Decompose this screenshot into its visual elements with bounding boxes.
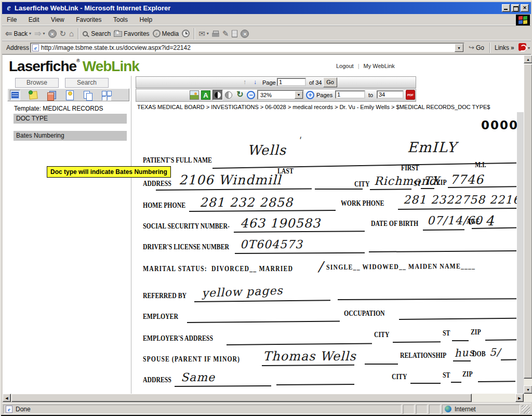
security-zone-panel: Internet — [442, 405, 520, 414]
image-view-icon[interactable] — [190, 90, 199, 100]
form-label: WORK PHONE — [341, 199, 384, 208]
form-label: ST — [414, 180, 421, 188]
horizontal-scroll-thumb[interactable] — [11, 394, 472, 402]
form-underline — [262, 365, 354, 366]
zoom-out-icon[interactable]: − — [247, 91, 255, 99]
media-button[interactable]: ♪ Media — [153, 30, 179, 37]
field-bates-numbering[interactable]: Bates Numbering — [14, 131, 127, 141]
form-label: EMPLOYER — [143, 313, 178, 321]
logout-link[interactable]: Logout — [336, 63, 354, 69]
mail-button[interactable]: ✉ ▾ — [198, 29, 209, 38]
text-view-icon[interactable]: A — [201, 90, 210, 100]
menu-tools[interactable]: Tools — [109, 15, 132, 25]
go-arrow-icon: ↪ — [469, 44, 474, 51]
status-box — [429, 405, 441, 414]
zoom-dropdown-icon[interactable] — [295, 91, 303, 99]
media-icon: ♪ — [153, 30, 161, 37]
links-menu[interactable]: Links » — [495, 44, 514, 51]
account-links: Logout | My WebLink — [336, 63, 395, 69]
vertical-scroll-thumb[interactable] — [524, 64, 532, 379]
form-label: DATE OF BIRTH — [371, 220, 418, 228]
history-icon[interactable] — [182, 30, 190, 37]
form-label: OCCUPATION — [344, 310, 385, 318]
forward-button[interactable]: ⇒ ▾ — [34, 29, 45, 38]
discuss-icon[interactable] — [232, 30, 237, 37]
vertical-scrollbar[interactable] — [524, 55, 532, 394]
maximize-button[interactable] — [511, 4, 520, 12]
pages-from-input[interactable] — [335, 90, 365, 99]
status-text: Done — [16, 406, 31, 413]
menu-file[interactable]: File — [2, 15, 21, 25]
form-underline — [399, 318, 516, 320]
menu-favorites[interactable]: Favorites — [71, 15, 106, 25]
go-button[interactable]: ↪ Go — [469, 44, 484, 51]
scroll-down-icon[interactable] — [524, 385, 532, 394]
page-down-icon[interactable]: ↓ — [251, 78, 259, 86]
adobe-dropdown-icon[interactable]: ▾ — [528, 46, 530, 50]
messenger-icon[interactable]: ✕ — [241, 30, 249, 38]
zoom-in-icon[interactable]: + — [306, 91, 314, 99]
zoom-select[interactable]: 32% — [257, 90, 304, 100]
form-label: RELATIONSHIP — [400, 352, 446, 360]
form-label: SINGLE__ WIDOWED__ MAIDEN NAME____ — [326, 262, 475, 272]
grayscale-icon[interactable] — [225, 91, 232, 99]
refresh-icon[interactable]: ↻ — [60, 29, 66, 38]
form-underline — [423, 229, 464, 231]
pdf-export-icon[interactable]: PDF — [406, 90, 415, 100]
sidebar-icon-toolbar — [7, 88, 129, 101]
address-dropdown-icon[interactable] — [455, 44, 463, 52]
menu-help[interactable]: Help — [135, 15, 157, 25]
adobe-icon[interactable] — [518, 43, 526, 51]
page-go-button[interactable]: Go — [323, 77, 337, 87]
form-underline — [365, 364, 398, 365]
address-input[interactable]: e http://image.tsbme.state.tx.us/docview… — [30, 43, 464, 53]
thumbnails-icon[interactable] — [101, 90, 111, 100]
resize-grip[interactable] — [522, 405, 530, 413]
internet-zone-icon — [445, 406, 451, 412]
annotations-icon[interactable] — [28, 90, 38, 100]
back-dropdown-icon[interactable]: ▾ — [29, 31, 31, 36]
handwritten-entry: 5/ — [489, 346, 500, 358]
form-label: ZIP — [462, 370, 473, 379]
breadcrumb[interactable]: TEXAS MEDICAL BOARD > INVESTIGATIONS > 0… — [137, 104, 490, 110]
title-bar[interactable]: e Laserfiche WebLink - Microsoft Interne… — [2, 2, 531, 14]
search-button[interactable]: Search — [83, 30, 111, 37]
scroll-left-icon[interactable] — [3, 394, 11, 402]
page-view-icon[interactable] — [64, 90, 75, 100]
forward-dropdown-icon[interactable]: ▾ — [43, 31, 45, 36]
rotate-icon[interactable]: ↻ — [235, 89, 245, 99]
zoom-value: 32% — [260, 92, 272, 98]
scroll-right-icon[interactable] — [515, 394, 524, 402]
favorites-button[interactable]: Favorites — [114, 30, 149, 37]
scrollbar-corner — [524, 394, 532, 402]
menu-edit[interactable]: Edit — [24, 15, 44, 25]
edit-icon[interactable]: ✎ — [222, 29, 229, 38]
handwritten-entry: ' — [298, 135, 301, 145]
copy-pages-icon[interactable] — [83, 90, 93, 100]
page-number-input[interactable] — [277, 78, 306, 86]
form-underline — [410, 383, 441, 384]
doc-type-tooltip: Doc type will indicate Bates Numbering — [47, 166, 171, 178]
tab-search[interactable]: Search — [65, 78, 109, 88]
page-up-icon[interactable]: ↑ — [241, 78, 249, 86]
home-icon[interactable]: ⌂ — [69, 29, 74, 38]
document-stack-icon[interactable] — [46, 90, 57, 100]
metadata-view-icon[interactable] — [10, 90, 20, 100]
my-weblink-link[interactable]: My WebLink — [364, 63, 395, 69]
scroll-up-icon[interactable] — [524, 55, 532, 63]
close-button[interactable] — [521, 4, 529, 12]
back-button[interactable]: ⇐ Back ▾ — [5, 29, 31, 38]
horizontal-scrollbar[interactable] — [3, 394, 524, 402]
menu-view[interactable]: View — [46, 15, 69, 25]
address-bar: Address e http://image.tsbme.state.tx.us… — [2, 42, 531, 55]
contrast-icon[interactable] — [212, 90, 223, 100]
stop-icon[interactable]: ✕ — [48, 30, 57, 38]
form-label: CITY — [354, 180, 369, 189]
address-url[interactable]: http://image.tsbme.state.tx.us/docview.a… — [41, 44, 191, 51]
pages-to-input[interactable] — [377, 90, 404, 99]
minimize-button[interactable] — [502, 4, 510, 12]
field-doc-type[interactable]: DOC TYPE — [14, 114, 127, 124]
tab-browse[interactable]: Browse — [15, 78, 59, 88]
mail-dropdown-icon[interactable]: ▾ — [207, 31, 209, 36]
print-icon[interactable] — [212, 33, 219, 37]
